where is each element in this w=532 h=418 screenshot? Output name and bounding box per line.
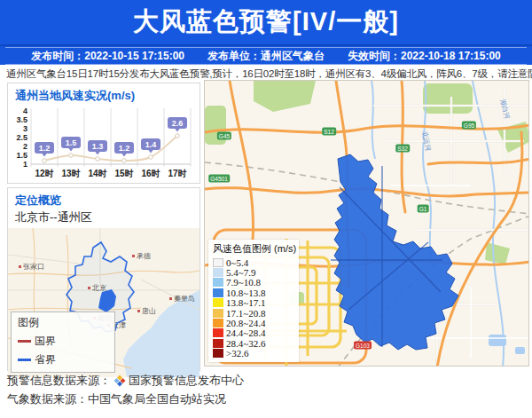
wind-district-map[interactable]: G45G4501S12S32G95G1G103北运河潮白河 风速色值图例 (m/… <box>204 80 529 367</box>
wind-scale-color-swatch <box>213 278 223 287</box>
wind-scale-legend-row: 7.9~10.8 <box>213 278 294 288</box>
warning-source-label: 预警信息数据来源： <box>7 373 111 389</box>
map-legend-rows: 国界 省界 <box>18 330 108 367</box>
page-title: 大风蓝色预警[IV/一般] <box>133 4 399 40</box>
legend-provincial-border: 省界 <box>18 352 56 367</box>
wind-scale-range-label: >32.6 <box>226 348 248 359</box>
svg-text:2.6: 2.6 <box>172 119 184 128</box>
svg-text:1.5: 1.5 <box>16 151 27 160</box>
svg-text:15时: 15时 <box>114 169 133 178</box>
wind-speed-line-chart: 11.522.533.5412时13时14时15时16时17时1.21.51.3… <box>8 104 198 184</box>
svg-text:1.2: 1.2 <box>39 144 51 153</box>
city-dot-icon <box>132 255 135 257</box>
svg-text:17时: 17时 <box>168 169 186 178</box>
wind-scale-legend-row: 17.1~20.8 <box>213 308 294 318</box>
city-label: 秦皇岛 <box>169 294 195 304</box>
svg-text:1.3: 1.3 <box>92 142 104 151</box>
wind-scale-legend-row: >32.6 <box>213 349 294 359</box>
city-dot-icon <box>169 297 172 300</box>
wind-scale-range-label: 7.9~10.8 <box>226 277 261 288</box>
issue-time: 发布时间：2022-10-15 17:15:00 <box>31 49 184 64</box>
svg-text:2.5: 2.5 <box>16 133 27 142</box>
warning-data-source-line: 预警信息数据来源： 国家预警信息发布中心 <box>7 373 244 389</box>
svg-text:13时: 13时 <box>61 169 80 178</box>
wind-scale-range-label: 13.8~17.1 <box>226 297 265 308</box>
national-border-swatch <box>18 340 31 343</box>
warning-source-name: 国家预警信息发布中心 <box>129 373 244 389</box>
overview-map[interactable]: 北京张家口承德廊坊天津唐山秦皇岛 图例 国界 省界 <box>8 228 200 377</box>
wind-scale-range-label: 5.4~7.9 <box>226 267 255 278</box>
svg-text:2: 2 <box>23 142 27 151</box>
info-bar: 发布时间：2022-10-15 17:15:00 发布单位：通州区气象台 失效时… <box>0 44 532 65</box>
wind-scale-range-label: 20.8~24.4 <box>226 318 265 328</box>
wind-scale-legend-rows: 0~5.45.4~7.97.9~10.810.8~13.813.8~17.117… <box>213 257 294 359</box>
city-label: 承德 <box>132 251 151 261</box>
wind-scale-color-swatch <box>213 298 223 307</box>
location-title: 定位概览 <box>8 188 200 209</box>
location-panel: 定位概览 北京市--通州区 北京张家口承德廊坊天津唐山秦皇岛 <box>7 187 200 371</box>
svg-text:1.2: 1.2 <box>119 144 130 153</box>
legend-national-border: 国界 <box>18 334 56 349</box>
wind-scale-color-swatch <box>213 268 223 277</box>
map-legend: 图例 国界 省界 <box>11 312 115 373</box>
city-dot-icon <box>19 265 21 268</box>
wind-scale-legend: 风速色值图例 (m/s) 0~5.45.4~7.97.9~10.810.8~13… <box>208 240 299 362</box>
provincial-border-swatch <box>18 359 31 361</box>
info-bar-inner: 发布时间：2022-10-15 17:15:00 发布单位：通州区气象台 失效时… <box>5 47 527 65</box>
early-warning-center-logo-icon <box>113 375 126 387</box>
wind-scale-legend-row: 0~5.4 <box>213 257 294 267</box>
city-dot-icon <box>137 310 140 312</box>
wind-scale-legend-row: 10.8~13.8 <box>213 288 294 297</box>
city-label: 北京 <box>88 283 106 293</box>
wind-scale-color-swatch <box>213 328 223 337</box>
location-name: 北京市--通州区 <box>8 209 200 228</box>
wind-scale-legend-title: 风速色值图例 (m/s) <box>213 242 294 256</box>
chart-title: 通州当地风速实况(m/s) <box>8 83 200 104</box>
map-legend-title: 图例 <box>18 315 108 330</box>
wind-speed-chart-panel: 通州当地风速实况(m/s) 11.522.533.5412时13时14时15时1… <box>7 83 200 184</box>
city-dot-icon <box>88 287 90 289</box>
svg-text:1.5: 1.5 <box>66 138 77 147</box>
wind-scale-legend-row: 13.8~17.1 <box>213 298 294 308</box>
wind-scale-range-label: 17.1~20.8 <box>226 308 265 319</box>
wind-scale-color-swatch <box>213 319 223 327</box>
wind-scale-legend-row: 5.4~7.9 <box>213 267 294 277</box>
expire-time: 失效时间：2022-10-18 17:15:00 <box>348 49 501 64</box>
svg-text:4: 4 <box>23 106 27 115</box>
svg-text:3: 3 <box>23 124 27 133</box>
provincial-border-label: 省界 <box>35 352 56 367</box>
warning-page: 大风蓝色预警[IV/一般] 发布时间：2022-10-15 17:15:00 发… <box>0 0 532 418</box>
wind-scale-legend-row: 28.4~32.6 <box>213 338 294 348</box>
wind-scale-color-swatch <box>213 258 223 267</box>
svg-text:1.4: 1.4 <box>145 140 157 149</box>
svg-text:3.5: 3.5 <box>16 115 27 124</box>
svg-text:14时: 14时 <box>88 169 106 178</box>
wind-scale-range-label: 0~5.4 <box>226 257 248 268</box>
svg-text:12时: 12时 <box>35 169 53 178</box>
wind-scale-range-label: 10.8~13.8 <box>226 288 265 298</box>
header: 大风蓝色预警[IV/一般] <box>0 0 532 44</box>
svg-text:1: 1 <box>23 160 27 169</box>
wind-scale-color-swatch <box>213 288 223 297</box>
wind-scale-color-swatch <box>213 309 223 318</box>
wind-scale-color-swatch <box>213 349 223 358</box>
wind-scale-legend-row: 20.8~24.4 <box>213 318 294 327</box>
svg-text:16时: 16时 <box>141 169 160 178</box>
wind-scale-range-label: 24.4~28.4 <box>226 327 265 338</box>
wind-scale-legend-row: 24.4~28.4 <box>213 328 294 338</box>
warning-description: 通州区气象台15日17时15分发布大风蓝色预警,预计，16日02时至18时，通州… <box>6 67 529 81</box>
wind-scale-color-swatch <box>213 339 223 348</box>
tongzhou-district-polygon <box>334 154 458 350</box>
issue-unit: 发布单位：通州区气象台 <box>207 49 325 64</box>
wind-scale-range-label: 28.4~32.6 <box>226 338 265 349</box>
city-label: 唐山 <box>137 306 156 316</box>
national-border-label: 国界 <box>35 334 56 349</box>
weather-data-source-line: 气象数据来源：中国气象局全国自动站实况 <box>7 391 226 407</box>
city-label: 张家口 <box>19 262 44 272</box>
